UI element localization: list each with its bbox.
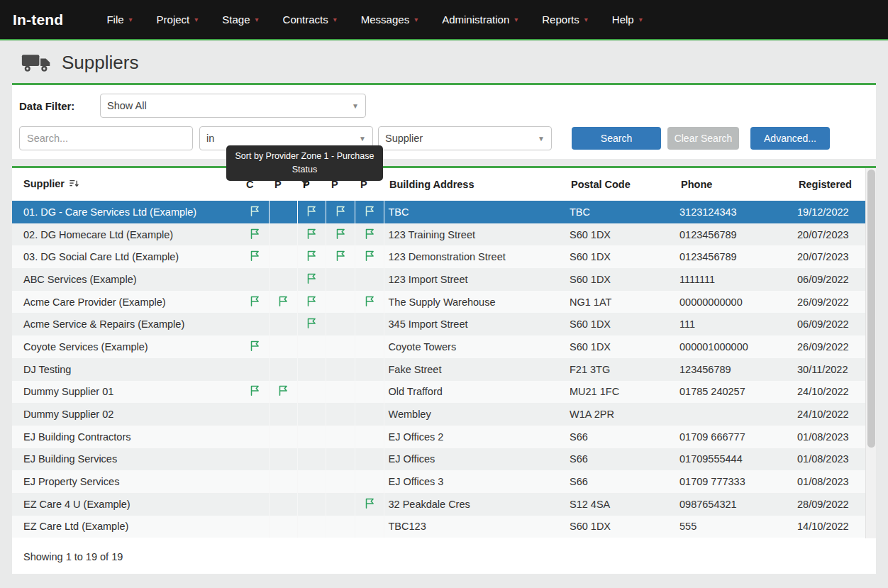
menu-label: Reports xyxy=(542,13,579,26)
table-row[interactable]: EJ Building ContractorsEJ Offices 2S6601… xyxy=(12,426,865,448)
chevron-down-icon: ▼ xyxy=(538,135,545,143)
column-header-postal[interactable]: Postal Code xyxy=(565,168,675,201)
flag-cell xyxy=(269,335,297,358)
scrollbar-thumb[interactable] xyxy=(867,170,875,448)
registered-cell: 06/09/2022 xyxy=(793,313,865,335)
clear-search-button[interactable]: Clear Search xyxy=(667,127,739,150)
supplier-cell: Dummy Supplier 02 xyxy=(12,403,240,426)
table-row[interactable]: ABC Services (Example)123 Import StreetS… xyxy=(12,268,865,291)
flag-icon xyxy=(364,295,375,307)
flag-cell xyxy=(355,313,384,335)
menu-label: Help xyxy=(612,13,634,26)
table-row[interactable]: 01. DG - Care Services Ltd (Example)TBCT… xyxy=(12,201,865,223)
table-row[interactable]: Acme Care Provider (Example)The Supply W… xyxy=(12,291,865,314)
postal-cell: S66 xyxy=(565,426,675,448)
flag-cell xyxy=(240,268,269,291)
flag-cell xyxy=(326,403,355,426)
menu-label: File xyxy=(106,13,123,26)
table-row[interactable]: EJ Property ServicesEJ Offices 3S6601709… xyxy=(12,470,865,493)
flag-icon xyxy=(335,205,346,217)
flag-cell xyxy=(297,426,326,448)
caret-down-icon: ▾ xyxy=(333,16,337,23)
flag-cell xyxy=(297,381,326,404)
column-label: Registered xyxy=(799,179,852,190)
menu-help[interactable]: Help▾ xyxy=(600,0,655,39)
menu-label: Messages xyxy=(361,13,409,26)
table-row[interactable]: Acme Service & Repairs (Example)345 Impo… xyxy=(12,313,865,335)
menu-stage[interactable]: Stage▾ xyxy=(210,0,270,39)
menu-project[interactable]: Project▾ xyxy=(145,0,211,39)
caret-down-icon: ▾ xyxy=(514,16,518,23)
data-filter-select[interactable]: Show All ▼ xyxy=(100,94,366,118)
column-header-supplier[interactable]: Supplier xyxy=(12,168,240,201)
column-header-registered[interactable]: Registered xyxy=(793,168,865,201)
search-field-select[interactable]: Supplier ▼ xyxy=(378,126,552,150)
flag-cell xyxy=(240,403,269,426)
flag-cell xyxy=(355,470,384,493)
chevron-down-icon: ▼ xyxy=(352,102,359,110)
vertical-scrollbar[interactable] xyxy=(865,168,876,538)
flag-icon xyxy=(306,205,317,217)
menu-label: Administration xyxy=(442,13,509,26)
postal-cell: S60 1DX xyxy=(565,516,675,538)
flag-cell xyxy=(326,470,355,493)
table-row[interactable]: EZ Care 4 U (Example)32 Peakdale CresS12… xyxy=(12,493,865,516)
flag-cell xyxy=(355,426,384,448)
flag-icon xyxy=(306,250,317,262)
flag-cell xyxy=(269,223,297,246)
menu-file[interactable]: File▾ xyxy=(94,0,144,39)
registered-cell: 14/10/2022 xyxy=(793,516,865,538)
table-row[interactable]: EZ Care Ltd (Example)TBC123S60 1DX55514/… xyxy=(12,516,865,538)
table-body: 01. DG - Care Services Ltd (Example)TBCT… xyxy=(12,201,865,538)
supplier-cell: EZ Care Ltd (Example) xyxy=(12,516,240,538)
flag-icon xyxy=(335,228,346,240)
table-row[interactable]: 02. DG Homecare Ltd (Example)123 Trainin… xyxy=(12,223,865,246)
search-input[interactable] xyxy=(19,126,193,150)
flag-cell xyxy=(326,268,355,291)
column-label: Phone xyxy=(681,179,712,190)
table-header-row: SupplierCPPPPBuilding AddressPostal Code… xyxy=(12,168,865,201)
flag-cell xyxy=(326,358,355,381)
table-row[interactable]: 03. DG Social Care Ltd (Example)123 Demo… xyxy=(12,245,865,268)
menu-messages[interactable]: Messages▾ xyxy=(349,0,430,39)
phone-cell: 0123456789 xyxy=(675,245,793,268)
flag-cell xyxy=(326,516,355,538)
table-row[interactable]: Coyote Services (Example)Coyote TowersS6… xyxy=(12,335,865,358)
address-cell: 123 Import Street xyxy=(384,268,565,291)
postal-cell: W1A 2PR xyxy=(565,403,675,426)
menu-label: Contracts xyxy=(283,13,328,26)
menu-reports[interactable]: Reports▾ xyxy=(530,0,600,39)
registered-cell: 20/07/2023 xyxy=(793,245,865,268)
advanced-button[interactable]: Advanced... xyxy=(750,127,830,150)
search-button[interactable]: Search xyxy=(572,127,661,150)
table-row[interactable]: EJ Building ServicesEJ OfficesS660170955… xyxy=(12,448,865,471)
postal-cell: S66 xyxy=(565,448,675,471)
flag-cell xyxy=(240,493,269,516)
flag-icon xyxy=(277,295,289,307)
registered-cell: 01/08/2023 xyxy=(793,426,865,448)
column-label: Supplier xyxy=(23,178,65,189)
menu-label: Project xyxy=(157,13,190,26)
table-row[interactable]: DJ TestingFake StreetF21 3TG12345678930/… xyxy=(12,358,865,381)
flag-cell xyxy=(240,291,269,314)
flag-cell xyxy=(297,448,326,471)
column-header-address[interactable]: Building Address xyxy=(384,168,565,201)
registered-cell: 20/07/2023 xyxy=(793,223,865,246)
postal-cell: S60 1DX xyxy=(565,335,675,358)
supplier-cell: EJ Building Services xyxy=(12,448,240,471)
supplier-cell: DJ Testing xyxy=(12,358,240,381)
postal-cell: S12 4SA xyxy=(565,493,675,516)
phone-cell: 123456789 xyxy=(675,358,793,381)
app-brand: In-tend xyxy=(13,11,63,28)
registered-cell: 30/11/2022 xyxy=(793,358,865,381)
table-row[interactable]: Dummy Supplier 02WembleyW1A 2PR24/10/202… xyxy=(12,403,865,426)
flag-cell xyxy=(355,448,384,471)
flag-cell xyxy=(297,313,326,335)
table-row[interactable]: Dummy Supplier 01Old TraffordMU21 1FC017… xyxy=(12,381,865,404)
menu-contracts[interactable]: Contracts▾ xyxy=(271,0,349,39)
top-navbar: In-tend File▾Project▾Stage▾Contracts▾Mes… xyxy=(0,0,888,39)
address-cell: TBC123 xyxy=(384,516,565,538)
caret-down-icon: ▾ xyxy=(584,16,588,23)
column-header-phone[interactable]: Phone xyxy=(675,168,793,201)
menu-administration[interactable]: Administration▾ xyxy=(430,0,530,39)
